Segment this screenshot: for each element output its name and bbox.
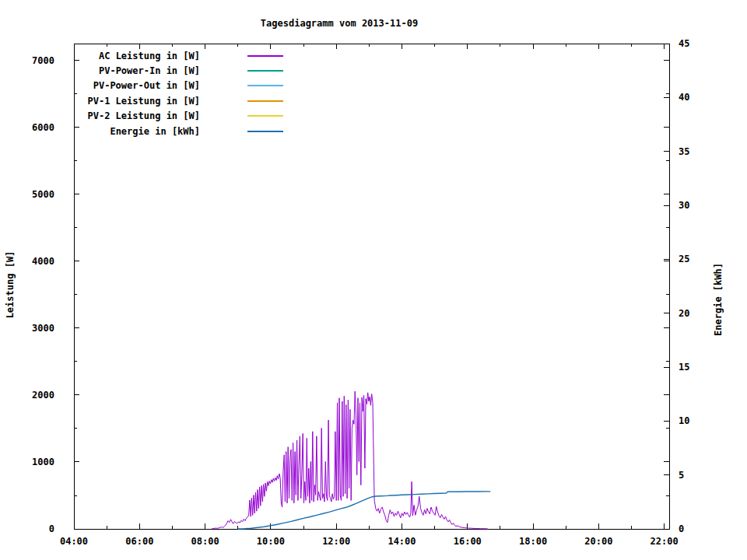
legend-item-label: PV-2 Leistung in [W] [78,110,200,121]
legend-item: AC Leistung in [W] [78,48,283,63]
y-tick-label: 4000 [8,256,54,267]
y2-tick-label: 0 [679,523,684,534]
legend-item-label: PV-Power-Out in [W] [78,80,200,91]
x-tick-label: 06:00 [125,536,153,547]
legend-item-label: AC Leistung in [W] [78,51,200,61]
y2-tick-label: 20 [679,308,689,319]
legend-item: PV-1 Leistung in [W] [78,93,283,108]
chart-canvas: Tagesdiagramm vom 2013-11-09 Leistung [W… [0,0,747,560]
x-tick-label: 22:00 [651,536,679,547]
x-tick-label: 20:00 [584,536,612,547]
x-tick-label: 04:00 [60,536,88,547]
legend-item-label: PV-1 Leistung in [W] [78,96,200,107]
legend-item: PV-Power-In in [W] [78,63,283,78]
legend-item-label: PV-Power-In in [W] [78,65,200,76]
x-tick-label: 10:00 [257,536,285,547]
legend-color-swatch [247,115,283,117]
y-tick-label: 5000 [8,189,54,200]
y2-tick-label: 35 [679,146,689,157]
legend-item: PV-2 Leistung in [W] [78,109,283,124]
y2-tick-label: 45 [679,38,689,49]
legend-item: PV-Power-Out in [W] [78,79,283,93]
x-tick-label: 18:00 [519,536,547,547]
y2-tick-label: 25 [679,254,689,264]
y-tick-label: 0 [8,523,54,534]
x-tick-label: 14:00 [388,536,416,547]
legend-item-label: Energie in [kWh] [78,126,200,137]
legend: AC Leistung in [W] PV-Power-In in [W] PV… [78,48,283,138]
y-tick-label: 7000 [8,55,54,66]
y2-tick-label: 15 [679,362,689,373]
legend-color-swatch [247,70,283,72]
x-tick-label: 16:00 [454,536,482,547]
y2-tick-label: 30 [679,200,689,211]
legend-item: Energie in [kWh] [78,124,283,138]
y2-tick-label: 40 [679,92,689,103]
y-tick-label: 1000 [8,457,54,467]
legend-color-swatch [247,100,283,102]
y-tick-label: 3000 [8,323,54,334]
y-tick-label: 6000 [8,122,54,133]
y-tick-label: 2000 [8,390,54,401]
y2-tick-label: 10 [679,415,689,426]
x-tick-label: 08:00 [191,536,219,547]
legend-color-swatch [247,85,283,86]
legend-color-swatch [247,131,283,132]
y2-tick-label: 5 [679,470,684,481]
legend-color-swatch [247,55,283,57]
x-tick-label: 12:00 [322,536,350,547]
